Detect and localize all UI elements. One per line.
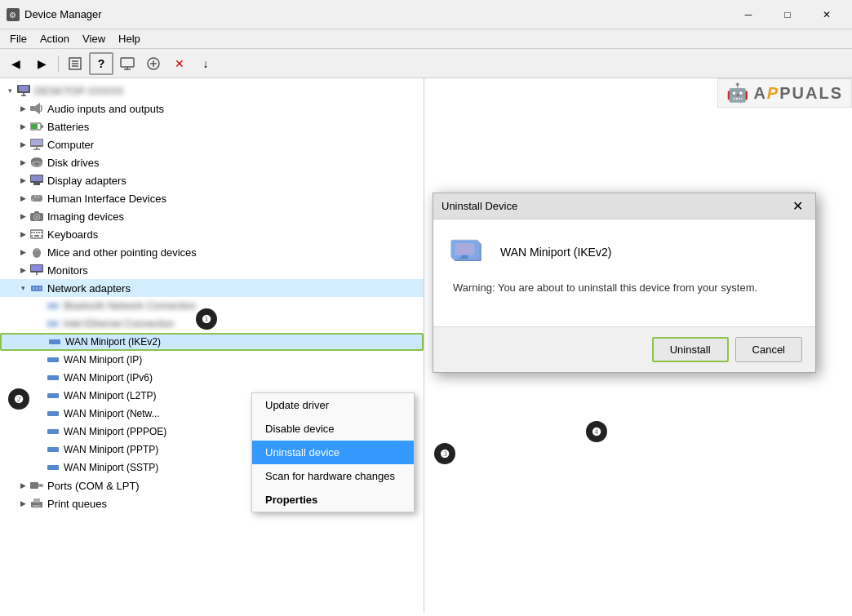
menu-help[interactable]: Help <box>112 29 147 48</box>
computer-icon <box>16 84 31 97</box>
net-label-1: Bluetooth Network Connection <box>64 300 196 312</box>
scan-button[interactable]: ↓ <box>193 52 218 75</box>
tree-item-monitors[interactable]: ▶ Monitors <box>0 261 424 279</box>
audio-icon <box>29 102 44 115</box>
network-icon <box>29 281 44 295</box>
svg-rect-68 <box>47 465 59 470</box>
tree-item-keyboards[interactable]: ▶ Keyboards <box>0 225 424 243</box>
svg-text:⚙: ⚙ <box>9 11 16 20</box>
tree-item-display[interactable]: ▶ Display adapters <box>0 171 424 189</box>
tree-item-audio[interactable]: ▶ Audio inputs and outputs <box>0 100 424 117</box>
network-subitem-wan-ikev2[interactable]: WAN Miniport (IKEv2) <box>0 333 424 351</box>
svg-rect-72 <box>31 502 42 507</box>
svg-rect-47 <box>34 235 39 237</box>
main-area: ▾ DESKTOP-XXXXX ▶ Audio inputs and outpu… <box>0 78 852 613</box>
app-icon: ⚙ <box>7 8 20 21</box>
tree-item-hid[interactable]: ▶ Human Interface Devices <box>0 189 424 207</box>
network-subitem-ipv6[interactable]: WAN Miniport (IPv6) <box>0 369 424 387</box>
disk-chevron: ▶ <box>16 156 29 169</box>
remove-button[interactable]: ✕ <box>167 52 192 75</box>
uninstall-button[interactable]: Uninstall <box>652 337 729 362</box>
network-chevron: ▾ <box>16 281 29 295</box>
window-controls: ─ □ ✕ <box>730 2 845 27</box>
svg-point-35 <box>32 199 34 202</box>
help-button[interactable]: ? <box>89 52 113 75</box>
svg-point-38 <box>36 216 38 219</box>
forward-button[interactable]: ▶ <box>29 52 54 75</box>
tree-item-batteries[interactable]: ▶ Batteries <box>0 117 424 135</box>
wan-ikev2-label: WAN Miniport (IKEv2) <box>65 336 161 348</box>
disk-label: Disk drives <box>47 157 100 169</box>
context-update-driver[interactable]: Update driver <box>252 393 414 417</box>
svg-rect-69 <box>30 482 38 489</box>
tree-item-imaging[interactable]: ▶ Imaging devices <box>0 207 424 225</box>
cancel-button[interactable]: Cancel <box>735 337 802 362</box>
dialog-title-bar: Uninstall Device ✕ <box>433 193 815 219</box>
mice-label: Mice and other pointing devices <box>47 246 197 259</box>
device-tree: ▾ DESKTOP-XXXXX ▶ Audio inputs and outpu… <box>0 78 424 613</box>
net-icon-ipv6 <box>46 371 60 384</box>
svg-rect-62 <box>47 357 59 362</box>
svg-rect-79 <box>455 243 474 255</box>
svg-rect-44 <box>38 232 40 233</box>
net-icon-sstp <box>46 461 60 474</box>
svg-rect-60 <box>47 321 59 326</box>
properties-button[interactable] <box>63 52 87 75</box>
context-uninstall-device[interactable]: Uninstall device <box>252 441 414 464</box>
appuals-logo: 🤖 APPUALS <box>717 78 852 108</box>
display-label: Display adapters <box>47 175 126 187</box>
step-3-badge: ❸ <box>434 443 455 464</box>
maximize-button[interactable]: □ <box>769 2 806 27</box>
imaging-label: Imaging devices <box>47 211 124 223</box>
menu-file[interactable]: File <box>3 29 33 48</box>
dialog-device-row: WAN Miniport (IKEv2) <box>450 236 799 268</box>
svg-rect-56 <box>33 287 34 290</box>
computer-tree-icon <box>29 138 44 151</box>
svg-rect-22 <box>31 140 42 145</box>
keyboards-label: Keyboards <box>47 228 98 241</box>
imaging-icon <box>29 210 44 223</box>
tree-item-network[interactable]: ▾ Network adapters <box>0 279 424 297</box>
dialog-footer: Uninstall Cancel <box>433 326 815 372</box>
net-label-netw: WAN Miniport (Netw... <box>64 408 160 419</box>
net-label-pptp: WAN Miniport (PPTP) <box>64 444 158 455</box>
network-subitem-ip[interactable]: WAN Miniport (IP) <box>0 351 424 369</box>
net-icon-pppoe <box>46 425 60 438</box>
svg-rect-65 <box>47 411 59 416</box>
dialog-title-text: Uninstall Device <box>442 200 517 212</box>
net-icon-netw <box>46 407 60 420</box>
dialog-close-button[interactable]: ✕ <box>788 197 807 216</box>
svg-rect-57 <box>36 287 38 290</box>
close-button[interactable]: ✕ <box>808 2 845 27</box>
context-properties[interactable]: Properties <box>252 488 414 512</box>
tree-item-computer[interactable]: ▶ Computer <box>0 135 424 153</box>
net-label-ip: WAN Miniport (IP) <box>64 354 142 366</box>
minimize-button[interactable]: ─ <box>730 2 767 27</box>
keyboards-chevron: ▶ <box>16 228 29 241</box>
svg-rect-61 <box>49 339 60 344</box>
step-1-badge: ❶ <box>196 308 217 330</box>
svg-rect-16 <box>30 106 35 111</box>
dialog-device-name: WAN Miniport (IKEv2) <box>500 246 611 259</box>
svg-rect-6 <box>121 58 134 67</box>
context-disable-device[interactable]: Disable device <box>252 417 414 441</box>
mice-icon <box>29 246 44 259</box>
net-label-2: Intel Ethernet Connection <box>64 318 174 330</box>
menu-action[interactable]: Action <box>33 29 76 48</box>
tree-root[interactable]: ▾ DESKTOP-XXXXX <box>0 82 424 100</box>
back-button[interactable]: ◀ <box>3 52 28 75</box>
tree-item-mice[interactable]: ▶ Mice and other pointing devices <box>0 243 424 261</box>
svg-rect-66 <box>47 429 59 434</box>
hid-chevron: ▶ <box>16 192 29 205</box>
menu-view[interactable]: View <box>76 29 112 48</box>
tree-item-disk[interactable]: ▶ Disk drives <box>0 153 424 171</box>
net-icon-l2tp <box>46 389 60 402</box>
dialog-warning-text: Warning: You are about to uninstall this… <box>450 281 799 294</box>
add-driver-button[interactable] <box>141 52 166 75</box>
audio-chevron: ▶ <box>16 102 29 115</box>
menu-bar: File Action View Help <box>0 29 852 49</box>
context-scan-hardware[interactable]: Scan for hardware changes <box>252 464 414 488</box>
svg-rect-31 <box>33 183 40 185</box>
display-button[interactable] <box>115 52 140 75</box>
net-icon-wan <box>47 335 62 348</box>
